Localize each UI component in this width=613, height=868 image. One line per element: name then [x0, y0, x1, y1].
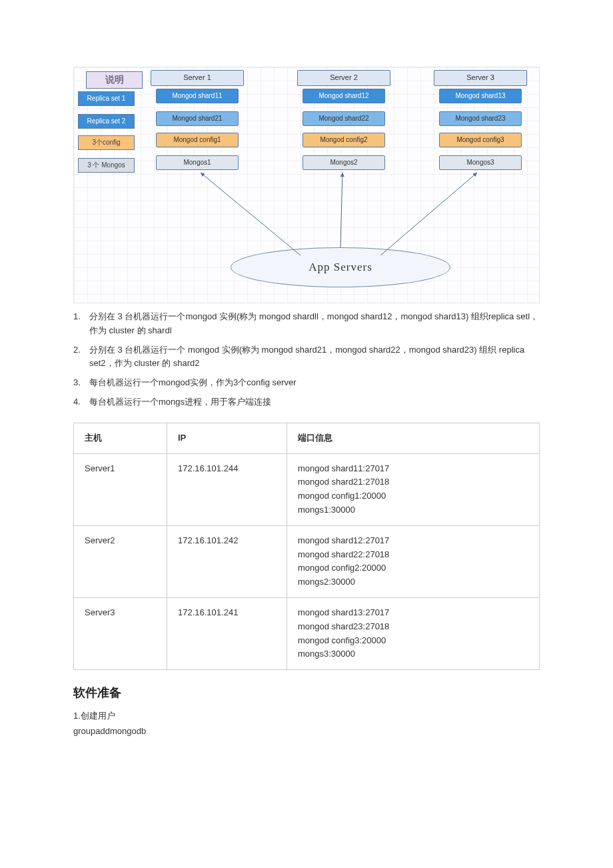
cell-ip: 172.16.101.244: [167, 453, 287, 525]
document-body: 分别在 3 台机器运行一个mongod 实例(称为 mongod shardll…: [73, 310, 540, 739]
cell-config3: Mongod config3: [439, 133, 522, 147]
cell-host: Server3: [74, 597, 167, 669]
svg-line-2: [380, 173, 477, 255]
table-header-row: 主机 IP 端口信息: [74, 423, 540, 453]
cell-shard11: Mongod shard11: [156, 89, 239, 103]
architecture-diagram: 说明 Replica set 1 Replica set 2 3个config …: [73, 67, 540, 303]
table-row: Server1 172.16.101.244 mongod shard11:27…: [74, 453, 540, 525]
th-port: 端口信息: [287, 423, 540, 453]
table-row: Server2 172.16.101.242 mongod shard12:27…: [74, 525, 540, 597]
th-host: 主机: [74, 423, 167, 453]
cell-config1: Mongod config1: [156, 133, 239, 147]
step-item: 分别在 3 台机器运行一个mongod 实例(称为 mongod shardll…: [73, 310, 540, 338]
cell-shard13: Mongod shard13: [439, 89, 522, 103]
cell-config2: Mongod config2: [303, 133, 385, 147]
table-row: Server3 172.16.101.241 mongod shard13:27…: [74, 597, 540, 669]
cell-shard12: Mongod shard12: [303, 89, 385, 103]
steps-list: 分别在 3 台机器运行一个mongod 实例(称为 mongod shardll…: [73, 310, 540, 409]
cell-ip: 172.16.101.241: [167, 597, 287, 669]
cell-shard21: Mongod shard21: [156, 111, 239, 126]
cell-host: Server1: [74, 453, 167, 525]
svg-line-0: [201, 173, 301, 255]
cell-mongos2: Mongos2: [303, 155, 385, 170]
cell-shard22: Mongod shard22: [303, 111, 385, 126]
plain-text-block: 1.创建用户 groupaddmongodb: [73, 709, 540, 739]
step-item: 每台机器运行一个mongs进程，用于客户端连接: [73, 395, 540, 409]
cell-ports: mongod shard13:27017mongod shard23:27018…: [287, 597, 540, 669]
hosts-table: 主机 IP 端口信息 Server1 172.16.101.244 mongod…: [73, 423, 540, 670]
cell-shard23: Mongod shard23: [439, 111, 522, 126]
row-label-mongos: 3 个 Mongos: [78, 158, 135, 173]
cell-host: Server2: [74, 525, 167, 597]
row-label-replica1: Replica set 1: [78, 91, 135, 106]
th-ip: IP: [167, 423, 287, 453]
row-label-replica2: Replica set 2: [78, 114, 135, 129]
cell-ports: mongod shard12:27017mongod shard22:27018…: [287, 525, 540, 597]
col-header-server2: Server 2: [297, 70, 390, 86]
cell-mongos3: Mongos3: [439, 155, 522, 170]
row-label-config: 3个config: [78, 135, 135, 150]
legend-box: 说明: [86, 71, 143, 89]
cell-ip: 172.16.101.242: [167, 525, 287, 597]
section-heading: 软件准备: [73, 683, 540, 703]
step-item: 每台机器运行一个mongod实例，作为3个config server: [73, 376, 540, 390]
col-header-server1: Server 1: [151, 70, 244, 86]
cell-ports: mongod shard11:27017mongod shard21:27018…: [287, 453, 540, 525]
plain-line: 1.创建用户: [73, 709, 540, 723]
step-item: 分别在 3 台机器运行一个 mongod 实例(称为 mongod shard2…: [73, 343, 540, 371]
app-servers-node: App Servers: [231, 247, 450, 287]
col-header-server3: Server 3: [434, 70, 527, 86]
svg-line-1: [340, 173, 342, 247]
cell-mongos1: Mongos1: [156, 155, 239, 170]
plain-line: groupaddmongodb: [73, 725, 540, 739]
